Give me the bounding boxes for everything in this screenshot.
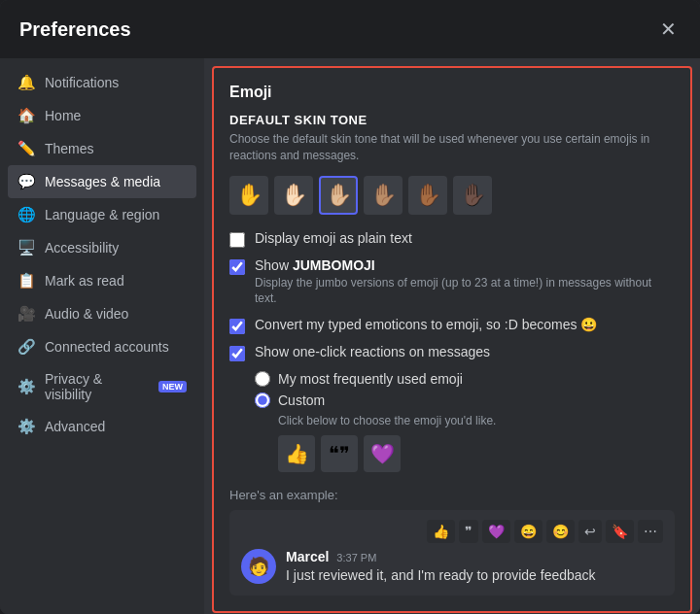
skin-tone-btn-3[interactable]: ✋🏽 — [364, 176, 402, 215]
reply-action[interactable]: ↩ — [578, 520, 602, 543]
sidebar-icon-audio-video: 🎥 — [18, 305, 35, 323]
emoji-reaction[interactable]: 😄 — [514, 520, 542, 543]
preferences-window: Preferences ✕ 🔔Notifications🏠Home✏️Theme… — [0, 0, 700, 614]
skin-tone-btn-4[interactable]: ✋🏾 — [408, 176, 447, 215]
sidebar-item-mark-as-read[interactable]: 📋Mark as read — [8, 264, 196, 297]
emoji-pick-row: 👍❝❞💜 — [278, 435, 675, 472]
checkbox-convert-emoticons[interactable] — [229, 319, 245, 334]
sidebar: 🔔Notifications🏠Home✏️Themes💬Messages & m… — [0, 58, 204, 614]
message-text: I just reviewed it, and I'm ready to pro… — [286, 566, 663, 586]
message-preview: 👍❞💜😄😊↩🔖⋯ 🧑 Marcel 3:37 PM I just r — [229, 510, 675, 596]
skin-tone-btn-0[interactable]: ✋ — [229, 176, 268, 215]
section-title: Emoji — [229, 84, 675, 101]
sidebar-icon-mark-as-read: 📋 — [18, 272, 35, 290]
message-meta: Marcel 3:37 PM — [286, 549, 663, 564]
radio-label-custom: Custom — [278, 392, 325, 408]
checkbox-label-one-click-reactions: Show one-click reactions on messages — [255, 344, 490, 359]
sidebar-label-advanced: Advanced — [45, 419, 105, 434]
radio-row-custom[interactable]: Custom — [255, 392, 675, 408]
sidebar-icon-notifications: 🔔 — [18, 74, 35, 91]
sidebar-icon-privacy-visibility: ⚙️ — [18, 378, 35, 395]
checkbox-row-plain-text: Display emoji as plain text — [229, 230, 675, 248]
emoji-section: Emoji Default Skin Tone Choose the defau… — [212, 66, 692, 613]
emoji-pick-btn-0[interactable]: 👍 — [278, 435, 315, 472]
sidebar-icon-messages-media: 💬 — [18, 173, 35, 190]
reactions-radio-group: My most frequently used emojiCustomClick… — [255, 371, 675, 472]
sidebar-label-language-region: Language & region — [45, 207, 159, 222]
message-info: Marcel 3:37 PM I just reviewed it, and I… — [286, 549, 663, 586]
sidebar-item-themes[interactable]: ✏️Themes — [8, 132, 196, 165]
skin-tone-description: Choose the default skin tone that will b… — [229, 131, 675, 164]
message-author: Marcel — [286, 549, 329, 564]
checkbox-label-convert-emoticons: Convert my typed emoticons to emoji, so … — [255, 317, 597, 332]
radio-label-frequent: My most frequently used emoji — [278, 371, 463, 387]
checkbox-plain-text[interactable] — [229, 232, 245, 248]
sidebar-icon-home: 🏠 — [18, 107, 35, 124]
example-section: Here's an example: 👍❞💜😄😊↩🔖⋯ 🧑 Marc — [229, 488, 675, 596]
sidebar-label-connected-accounts: Connected accounts — [45, 339, 169, 355]
bookmark-action[interactable]: 🔖 — [606, 520, 634, 543]
checkbox-label-jumbomoji: Show JUMBOMOJIDisplay the jumbo versions… — [255, 257, 675, 308]
sidebar-item-accessibility[interactable]: 🖥️Accessibility — [8, 231, 196, 264]
radio-row-frequent[interactable]: My most frequently used emoji — [255, 371, 675, 387]
more-action[interactable]: ⋯ — [638, 520, 663, 543]
sidebar-icon-language-region: 🌐 — [18, 206, 35, 223]
emoji2-reaction[interactable]: 😊 — [546, 520, 575, 543]
checkbox-row-jumbomoji: Show JUMBOMOJIDisplay the jumbo versions… — [229, 257, 675, 308]
new-badge-privacy-visibility: NEW — [158, 381, 187, 392]
content-area: 🔔Notifications🏠Home✏️Themes💬Messages & m… — [0, 58, 700, 614]
sidebar-icon-themes: ✏️ — [18, 140, 35, 157]
sidebar-label-privacy-visibility: Privacy & visibility — [45, 371, 145, 402]
sidebar-item-audio-video[interactable]: 🎥Audio & video — [8, 297, 196, 330]
example-label: Here's an example: — [229, 488, 675, 502]
sidebar-item-language-region[interactable]: 🌐Language & region — [8, 198, 196, 231]
avatar: 🧑 — [241, 549, 276, 584]
sidebar-item-connected-accounts[interactable]: 🔗Connected accounts — [8, 330, 196, 363]
checkbox-sub-jumbomoji: Display the jumbo versions of emoji (up … — [255, 275, 675, 308]
checkbox-row-one-click-reactions: Show one-click reactions on messages — [229, 344, 675, 361]
message-toolbar: 👍❞💜😄😊↩🔖⋯ — [241, 520, 663, 543]
sidebar-item-home[interactable]: 🏠Home — [8, 99, 196, 132]
sidebar-label-notifications: Notifications — [45, 75, 119, 90]
radio-frequent[interactable] — [255, 371, 270, 387]
thumbs-up-reaction[interactable]: 👍 — [427, 520, 455, 543]
skin-tone-options: ✋✋🏻✋🏼✋🏽✋🏾✋🏿 — [229, 176, 675, 215]
skin-tone-btn-5[interactable]: ✋🏿 — [453, 176, 492, 215]
emoji-pick-btn-1[interactable]: ❝❞ — [321, 435, 358, 472]
message-body: 🧑 Marcel 3:37 PM I just reviewed it, and… — [241, 549, 663, 586]
sidebar-icon-accessibility: 🖥️ — [18, 239, 35, 256]
custom-emoji-desc: Click below to choose the emoji you'd li… — [278, 414, 675, 427]
skin-tone-btn-1[interactable]: ✋🏻 — [274, 176, 313, 215]
checkboxes-container: Display emoji as plain textShow JUMBOMOJ… — [229, 230, 675, 362]
skin-tone-btn-2[interactable]: ✋🏼 — [319, 176, 358, 215]
main-content: Emoji Default Skin Tone Choose the defau… — [204, 58, 700, 614]
emoji-pick-btn-2[interactable]: 💜 — [364, 435, 401, 472]
window-title: Preferences — [19, 18, 131, 41]
sidebar-label-messages-media: Messages & media — [45, 174, 160, 189]
sidebar-icon-connected-accounts: 🔗 — [18, 338, 35, 356]
sidebar-label-audio-video: Audio & video — [45, 306, 128, 322]
sidebar-label-home: Home — [45, 108, 81, 123]
skin-tone-title: Default Skin Tone — [229, 113, 675, 127]
message-time: 3:37 PM — [336, 552, 376, 563]
quote-reaction[interactable]: ❞ — [459, 520, 478, 543]
checkbox-one-click-reactions[interactable] — [229, 346, 245, 361]
sidebar-label-themes: Themes — [45, 141, 94, 156]
sidebar-item-privacy-visibility[interactable]: ⚙️Privacy & visibilityNEW — [8, 363, 196, 410]
titlebar: Preferences ✕ — [0, 0, 700, 58]
close-button[interactable]: ✕ — [656, 16, 681, 43]
checkbox-row-convert-emoticons: Convert my typed emoticons to emoji, so … — [229, 317, 675, 334]
checkbox-jumbomoji[interactable] — [229, 259, 245, 275]
radio-custom[interactable] — [255, 392, 270, 408]
heart-reaction[interactable]: 💜 — [482, 520, 510, 543]
sidebar-item-advanced[interactable]: ⚙️Advanced — [8, 410, 196, 443]
checkbox-label-plain-text: Display emoji as plain text — [255, 230, 412, 246]
sidebar-item-messages-media[interactable]: 💬Messages & media — [8, 165, 196, 198]
sidebar-icon-advanced: ⚙️ — [18, 418, 35, 435]
sidebar-label-mark-as-read: Mark as read — [45, 273, 124, 289]
sidebar-label-accessibility: Accessibility — [45, 240, 119, 256]
sidebar-item-notifications[interactable]: 🔔Notifications — [8, 66, 196, 99]
